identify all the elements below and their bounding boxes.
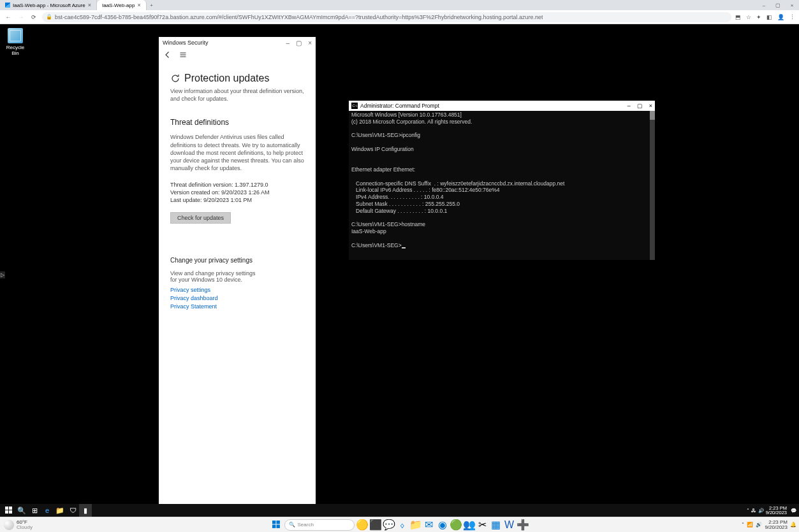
minimize-button[interactable]: – xyxy=(627,103,631,109)
svg-rect-5 xyxy=(277,521,280,524)
ie-icon[interactable]: e xyxy=(41,504,54,517)
remote-desktop-viewport: Recycle Bin ▷ Windows Security – ▢ × Pro… xyxy=(0,24,799,517)
bookmark-icon[interactable]: ☆ xyxy=(746,14,751,20)
extensions-icon[interactable]: ✦ xyxy=(756,14,761,20)
azure-storage-icon[interactable]: ▦ xyxy=(490,519,502,531)
cursor xyxy=(402,247,406,248)
scrollbar-thumb[interactable] xyxy=(650,111,655,120)
search-input[interactable]: 🔍 Search xyxy=(284,519,355,531)
close-button[interactable]: × xyxy=(308,40,312,47)
side-panel-icon[interactable]: ◧ xyxy=(766,14,772,20)
cmd-output[interactable]: Microsoft Windows [Version 10.0.17763.48… xyxy=(349,111,655,260)
check-updates-button[interactable]: Check for updates xyxy=(170,212,231,224)
close-icon[interactable]: × xyxy=(137,2,140,8)
start-button[interactable] xyxy=(271,519,282,531)
maximize-button[interactable]: ▢ xyxy=(296,40,302,47)
copilot-icon[interactable]: 🟡 xyxy=(356,519,368,531)
maximize-button[interactable]: ▢ xyxy=(771,0,785,10)
minimize-button[interactable]: – xyxy=(286,40,290,47)
snip-icon[interactable]: ✂ xyxy=(477,519,488,531)
network-icon[interactable]: 🖧 xyxy=(751,508,756,514)
host-system-tray: ˄ 📶 🔊 2:23 PM 9/20/2023 🔔 xyxy=(742,520,799,530)
tray-chevron[interactable]: ˄ xyxy=(747,508,749,514)
close-button[interactable]: × xyxy=(785,0,799,10)
back-button[interactable]: ← xyxy=(4,13,13,22)
privacy-heading: Change your privacy settings xyxy=(170,257,304,264)
privacy-statement-link[interactable]: Privacy Statement xyxy=(170,303,304,310)
page-title: Protection updates xyxy=(170,73,304,84)
teams-icon[interactable]: 💬 xyxy=(383,519,395,531)
recycle-bin-icon[interactable]: Recycle Bin xyxy=(3,28,28,56)
notifications-icon[interactable]: 🔔 xyxy=(790,522,796,528)
host-clock[interactable]: 2:23 PM 9/20/2023 xyxy=(765,520,788,530)
vm-clock[interactable]: 2:23 PM 9/20/2023 xyxy=(766,506,789,515)
tab-title: IaaS-Web-app xyxy=(102,3,135,8)
winsec-nav xyxy=(159,48,316,62)
forward-button[interactable]: → xyxy=(17,13,26,22)
address-bar[interactable]: 🔒 bst-cae4c589-7cdf-4356-b785-bea45f90f7… xyxy=(42,12,731,22)
close-icon[interactable]: × xyxy=(88,2,91,8)
privacy-dashboard-link[interactable]: Privacy dashboard xyxy=(170,295,304,301)
explorer-icon[interactable]: 📁 xyxy=(54,504,66,517)
new-tab-button[interactable]: + xyxy=(147,0,157,10)
privacy-settings-link[interactable]: Privacy settings xyxy=(170,287,304,293)
sound-icon[interactable]: 🔊 xyxy=(758,508,764,514)
chrome-tab-strip: IaaS-Web-app - Microsoft Azure × IaaS-We… xyxy=(0,0,799,10)
weather-widget[interactable]: 60°F Cloudy xyxy=(0,520,36,530)
install-icon[interactable]: ⬒ xyxy=(735,14,741,20)
threat-updated: Last update: 9/20/2023 1:01 PM xyxy=(170,196,304,204)
page-title-text: Protection updates xyxy=(184,73,269,84)
vm-system-tray: ˄ 🖧 🔊 2:23 PM 9/20/2023 💬 xyxy=(747,506,796,515)
wifi-icon[interactable]: 📶 xyxy=(747,522,753,528)
svg-rect-3 xyxy=(9,510,12,514)
cmd-icon: C:\ xyxy=(351,103,358,109)
cmd-titlebar[interactable]: C:\ Administrator: Command Prompt – ▢ × xyxy=(349,101,655,111)
notifications-icon[interactable]: 💬 xyxy=(791,508,796,514)
word-icon[interactable]: W xyxy=(504,519,515,531)
minimize-button[interactable]: – xyxy=(757,0,771,10)
svg-rect-4 xyxy=(272,521,275,524)
winsec-titlebar[interactable]: Windows Security – ▢ × xyxy=(159,37,316,48)
sound-icon[interactable]: 🔊 xyxy=(756,522,762,528)
winsec-content: Protection updates View information abou… xyxy=(159,62,316,318)
privacy-text2: for your Windows 10 device. xyxy=(170,277,304,283)
search-placeholder: Search xyxy=(298,522,314,528)
reload-button[interactable]: ⟳ xyxy=(29,13,38,22)
edge-icon[interactable]: ◉ xyxy=(437,519,448,531)
vm-taskbar: 🔍 ⊞ e 📁 🛡 ▮ ˄ 🖧 🔊 2:23 PM 9/20/2023 💬 xyxy=(0,504,799,517)
vm-date: 9/20/2023 xyxy=(766,510,787,515)
search-button[interactable]: 🔍 xyxy=(15,504,28,517)
back-button[interactable] xyxy=(164,51,172,60)
extra-icon[interactable]: ➕ xyxy=(517,519,529,531)
menu-icon[interactable]: ⋮ xyxy=(789,14,795,20)
hamburger-icon[interactable] xyxy=(179,51,187,60)
tray-chevron[interactable]: ˄ xyxy=(742,522,744,528)
chrome-icon[interactable]: 🟢 xyxy=(450,519,462,531)
profile-icon[interactable]: 👤 xyxy=(777,14,784,20)
svg-rect-2 xyxy=(5,510,8,514)
chrome-tab-iaas[interactable]: IaaS-Web-app × xyxy=(97,0,147,10)
edge-handle[interactable]: ▷ xyxy=(0,271,5,278)
cmd-window-title: Administrator: Command Prompt xyxy=(360,103,627,109)
url-text: bst-cae4c589-7cdf-4356-b785-bea45f90f72a… xyxy=(55,14,543,20)
refresh-icon xyxy=(170,73,180,83)
task-view-button[interactable]: ⊞ xyxy=(28,504,41,517)
vscode-icon[interactable]: ⬨ xyxy=(397,519,408,531)
security-icon[interactable]: 🛡 xyxy=(66,504,79,517)
windows-security-window: Windows Security – ▢ × Protection update… xyxy=(159,37,316,505)
start-button[interactable] xyxy=(3,504,15,517)
weather-cond: Cloudy xyxy=(17,525,33,530)
teams-alt-icon[interactable]: 👥 xyxy=(464,519,475,531)
cmd-scrollbar[interactable] xyxy=(650,111,655,260)
close-button[interactable]: × xyxy=(649,103,652,109)
azure-icon xyxy=(5,3,10,8)
outlook-icon[interactable]: ✉ xyxy=(423,519,435,531)
maximize-button[interactable]: ▢ xyxy=(637,103,643,109)
tab-title: IaaS-Web-app - Microsoft Azure xyxy=(13,3,85,8)
explorer-icon[interactable]: 📁 xyxy=(410,519,421,531)
cmd-taskbar-icon[interactable]: ▮ xyxy=(79,504,92,517)
task-view-icon[interactable]: ⬛ xyxy=(370,519,381,531)
trash-icon xyxy=(8,28,23,43)
weather-icon xyxy=(4,520,14,530)
chrome-tab-azure[interactable]: IaaS-Web-app - Microsoft Azure × xyxy=(0,0,97,10)
